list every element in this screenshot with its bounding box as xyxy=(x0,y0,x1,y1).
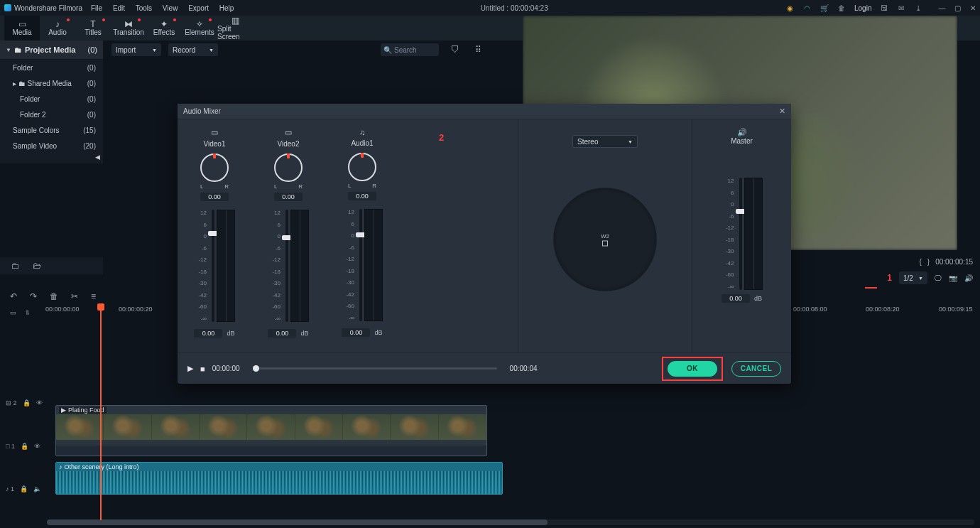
visibility-icon[interactable]: 👁 xyxy=(34,443,40,450)
tab-media[interactable]: ▭Media xyxy=(4,16,40,41)
cart-icon[interactable]: 🛒 xyxy=(820,4,829,12)
search-placeholder: Search xyxy=(394,46,417,54)
visibility-icon[interactable]: 🔈 xyxy=(33,485,41,492)
tab-label: Elements xyxy=(185,28,214,36)
monitor-icon[interactable]: 🖵 xyxy=(935,274,942,282)
undo-icon[interactable]: ↶ xyxy=(10,291,17,301)
window-minimize[interactable]: — xyxy=(938,4,945,12)
tab-titles[interactable]: TTitles xyxy=(75,16,111,41)
playback-slider[interactable] xyxy=(253,367,497,370)
trash-icon[interactable]: 🗑 xyxy=(837,4,846,12)
login-link[interactable]: Login xyxy=(854,4,871,12)
link-icon[interactable]: ⥮ xyxy=(25,309,31,316)
pan-knob[interactable] xyxy=(274,153,303,182)
master-gain-value[interactable]: 0.00 xyxy=(722,294,750,303)
gain-slider[interactable] xyxy=(212,210,214,322)
delete-icon[interactable]: 🗑 xyxy=(50,291,58,301)
marker-right-icon[interactable]: } xyxy=(927,258,930,266)
tab-split-screen[interactable]: ▥Split Screen xyxy=(217,16,253,41)
pan-value[interactable]: 0.00 xyxy=(274,193,303,201)
lock-icon[interactable]: 🔒 xyxy=(21,443,28,450)
visibility-icon[interactable]: 👁 xyxy=(36,399,43,406)
lightbulb-icon[interactable]: ◉ xyxy=(786,4,795,12)
filter-icon[interactable]: ⛉ xyxy=(449,45,462,55)
sidebar-item-sample-colors[interactable]: Sample Colors(15) xyxy=(0,122,103,138)
timeline-scrollbar[interactable] xyxy=(47,519,974,525)
sidebar-item-count: (0) xyxy=(87,64,96,72)
menu-help[interactable]: Help xyxy=(219,4,234,12)
pan-value[interactable]: 0.00 xyxy=(348,192,376,200)
play-icon[interactable]: ▶ xyxy=(187,364,193,373)
record-dropdown[interactable]: Record ▼ xyxy=(168,43,218,56)
pan-knob[interactable] xyxy=(348,153,376,181)
master-level-meter xyxy=(744,178,763,290)
media-icon: ▭ xyxy=(17,20,27,28)
preview-quality-dropdown[interactable]: 1/2 ▼ xyxy=(899,271,927,284)
menu-view[interactable]: View xyxy=(163,4,178,12)
playhead[interactable] xyxy=(100,303,102,520)
audio-mixer-modal: Audio Mixer ✕ 2 ▭ Video1 LR 0.00 1260-6-… xyxy=(178,104,791,384)
surround-pad[interactable]: W2 xyxy=(545,179,665,300)
video-clip[interactable]: ▶ Plating Food xyxy=(55,405,487,456)
window-close[interactable]: ✕ xyxy=(970,4,976,12)
lock-icon[interactable]: 🔒 xyxy=(20,485,28,492)
search-input[interactable]: 🔍 Search xyxy=(381,43,439,56)
mail-icon[interactable]: ✉ xyxy=(897,4,905,12)
marker-left-icon[interactable]: { xyxy=(919,258,921,266)
snapshot-icon[interactable]: 📷 xyxy=(949,274,957,282)
sidebar-item-count: (15) xyxy=(83,126,96,134)
pan-knob[interactable] xyxy=(200,153,229,182)
tab-audio[interactable]: ♪Audio xyxy=(40,16,75,41)
gain-slider[interactable] xyxy=(285,210,288,322)
pan-value[interactable]: 0.00 xyxy=(200,193,229,201)
channel-type-icon: ♫ xyxy=(359,128,365,136)
ok-button[interactable]: OK xyxy=(668,361,717,377)
effects-icon: ✦ xyxy=(159,20,169,28)
output-mode-dropdown[interactable]: Stereo ▼ xyxy=(572,135,638,148)
sidebar-item-sample-video[interactable]: Sample Video(20) xyxy=(0,138,103,153)
gain-value[interactable]: 0.00 xyxy=(194,329,222,338)
master-gain-slider[interactable] xyxy=(739,178,742,290)
menu-export[interactable]: Export xyxy=(188,4,209,12)
project-media-header[interactable]: ▼ 🖿 Project Media (0) xyxy=(0,41,103,59)
sidebar-item-folder[interactable]: Folder(0) xyxy=(0,91,103,107)
volume-icon[interactable]: 🔊 xyxy=(964,274,973,282)
new-folder-icon[interactable]: 🗀 xyxy=(11,261,20,271)
lock-icon[interactable]: 🔒 xyxy=(23,399,31,406)
menu-file[interactable]: File xyxy=(91,4,102,12)
gain-value[interactable]: 0.00 xyxy=(342,328,370,337)
save-icon[interactable]: 🖫 xyxy=(880,4,888,12)
sidebar-item-folder[interactable]: Folder(0) xyxy=(0,60,103,75)
scrollbar-thumb[interactable] xyxy=(47,519,548,525)
chevron-down-icon: ▼ xyxy=(628,139,633,144)
grid-view-icon[interactable]: ⠿ xyxy=(472,45,484,55)
tab-effects[interactable]: ✦Effects xyxy=(146,16,182,41)
stop-icon[interactable]: ■ xyxy=(200,365,205,373)
download-icon[interactable]: ⤓ xyxy=(914,4,922,12)
collapse-arrow-icon[interactable]: ◀ xyxy=(0,153,103,163)
tab-elements[interactable]: ✧Elements xyxy=(182,16,217,41)
sidebar-item-label: Sample Video xyxy=(13,142,57,150)
window-maximize[interactable]: ▢ xyxy=(954,4,961,12)
import-dropdown[interactable]: Import ▼ xyxy=(111,43,161,56)
cancel-button[interactable]: CANCEL xyxy=(731,361,781,377)
preview-controls: { } 00:00:00:15 1 1/2 ▼ 🖵 📷 🔊 ⬡ 🎙 ♬ ▣ ⊖ … xyxy=(793,254,977,291)
ruler-timecode: 00:00:09:15 xyxy=(939,306,973,313)
menu-edit[interactable]: Edit xyxy=(113,4,125,12)
sidebar-item-shared-media[interactable]: ▸ 🖿 Shared Media(0) xyxy=(0,75,103,91)
audio-clip[interactable]: ♪ Other scenery (Long intro) xyxy=(55,462,503,495)
split-icon[interactable]: ✂ xyxy=(71,291,78,301)
menu-tools[interactable]: Tools xyxy=(136,4,152,12)
ruler-timecode: 00:00:08:00 xyxy=(793,306,827,313)
tab-transition[interactable]: ⧓Transition xyxy=(111,16,146,41)
ruler-start-icon[interactable]: ▭ xyxy=(10,309,16,316)
headphones-icon[interactable]: ◠ xyxy=(803,4,812,12)
redo-icon[interactable]: ↷ xyxy=(30,291,37,301)
settings-icon[interactable]: ≡ xyxy=(91,291,96,301)
sidebar-item-folder-2[interactable]: Folder 2(0) xyxy=(0,107,103,122)
close-icon[interactable]: ✕ xyxy=(779,107,785,116)
gain-value[interactable]: 0.00 xyxy=(268,329,296,338)
open-folder-icon[interactable]: 🗁 xyxy=(33,261,41,271)
gain-slider[interactable] xyxy=(359,209,362,321)
slider-thumb[interactable] xyxy=(253,365,259,372)
